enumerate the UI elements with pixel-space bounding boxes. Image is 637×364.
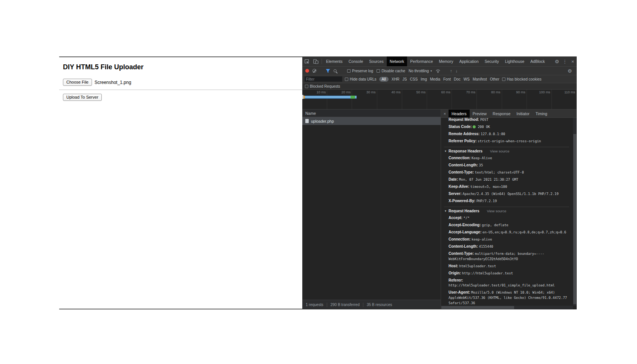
response-headers-section[interactable]: ▾ Response Headers View source [444,147,569,154]
inspect-element-icon[interactable] [302,56,311,66]
search-icon[interactable] [334,69,337,72]
filter-input[interactable] [305,76,342,82]
detail-tab[interactable]: Preview [470,110,490,117]
network-status-bar: 1 requests 290 B transferred 35 B resour… [302,300,441,309]
devtools-tab[interactable]: Console [346,56,366,66]
resource-type-filter[interactable]: Font [443,77,451,81]
devtools-panel: ElementsConsoleSourcesNetworkPerformance… [302,56,577,309]
chevron-down-icon: ▾ [430,69,432,73]
upload-button[interactable]: Upload To Server [63,94,102,101]
timeline-tick: 110 ms [552,90,577,109]
devtools-tab[interactable]: Sources [366,56,387,66]
header-row: Connection: Keep-Alive [449,154,569,161]
requests-name-header[interactable]: Name [302,110,441,117]
devtools-tab-bar: ElementsConsoleSourcesNetworkPerformance… [302,56,577,67]
header-row: Host: html5uploader.test [449,262,569,270]
view-source-link[interactable]: View source [487,209,507,213]
file-icon [305,119,309,123]
resource-type-filter[interactable]: JS [403,77,407,81]
request-headers-section[interactable]: ▾ Request Headers View source [444,207,569,214]
header-row: Server: Apache/2.4.35 (Win64) OpenSSL/1.… [449,190,569,197]
import-har-icon[interactable]: ↑ [450,69,452,73]
blocked-requests-bar: Blocked Requests [302,83,577,90]
close-devtools-icon[interactable]: × [569,56,577,66]
header-row: Date: Mon, 07 Jun 2021 21:30:27 GMT [449,176,569,183]
devtools-tab[interactable]: Memory [436,56,456,66]
header-row: Status Code: 200 OK [449,123,569,130]
devtools-tab[interactable]: Elements [323,56,346,66]
detail-tab[interactable]: Timing [533,110,550,117]
devtools-tab[interactable]: Lighthouse [502,56,527,66]
uploader-page: DIY HTML5 File Uploader Choose File Scre… [59,56,302,309]
device-toolbar-icon[interactable] [311,56,320,66]
header-row: Content-Length: 35 [449,161,569,169]
network-conditions-icon[interactable] [435,69,441,73]
resources-size: 35 B resources [367,303,392,307]
resource-type-filter[interactable]: Img [421,77,427,81]
resource-type-filter[interactable]: Media [430,77,440,81]
header-row: Content-Type: text/html; charset=UTF-8 [449,169,569,176]
timeline-tick: 40 ms [377,90,402,109]
vertical-scrollbar[interactable] [573,118,577,306]
more-options-icon[interactable]: ⋮ [561,56,569,66]
resource-type-filter[interactable]: XHR [392,77,400,81]
timeline-tick: 90 ms [502,90,527,109]
requests-table: Name uploader.php 1 requests 290 B trans… [302,110,441,309]
divider [322,59,322,64]
header-row: Referrer Policy: strict-origin-when-cros… [449,137,569,145]
filter-funnel-icon[interactable] [326,69,330,73]
resource-type-filter[interactable]: Other [490,77,499,81]
checkbox-icon [345,78,348,81]
settings-gear-icon[interactable]: ⚙ [553,56,561,66]
export-har-icon[interactable]: ↓ [455,69,458,73]
close-detail-icon[interactable]: × [441,110,449,117]
resource-type-filter[interactable]: Manifest [473,77,487,81]
scrollbar-thumb[interactable] [573,134,576,304]
preserve-log-checkbox[interactable]: Preserve log [347,69,373,73]
disclosure-triangle-icon: ▾ [445,209,446,213]
devtools-tab[interactable]: Network [387,56,407,66]
detail-tab[interactable]: Response [490,110,513,117]
resource-type-filter[interactable]: Doc [454,77,461,81]
disable-cache-checkbox[interactable]: Disable cache [377,69,405,73]
header-row: Request Method: POST [449,118,569,123]
request-row[interactable]: uploader.php [302,117,441,125]
page-title: DIY HTML5 File Uploader [63,63,302,71]
blocked-requests-checkbox[interactable]: Blocked Requests [305,84,340,88]
file-input-row: Choose File Screenshot_1.png [63,79,302,86]
detail-tab[interactable]: Initiator [513,110,532,117]
header-row: Content-Length: 4155440 [449,243,569,250]
devtools-tab[interactable]: Security [482,56,502,66]
divider [327,303,327,307]
header-row: User-Agent: Mozilla/5.0 (Windows NT 10.0… [449,289,569,306]
has-blocked-cookies-checkbox[interactable]: Has blocked cookies [502,77,542,81]
disclosure-triangle-icon: ▾ [445,149,446,153]
timeline-tick: 20 ms [327,90,352,109]
waterfall-overview-bar[interactable] [303,96,357,99]
network-overview-timeline[interactable]: 10 ms20 ms30 ms40 ms50 ms60 ms70 ms80 ms… [302,90,577,110]
resource-type-filter[interactable]: WS [464,77,470,81]
timeline-tick: 70 ms [452,90,477,109]
devtools-tab[interactable]: AdBlock [527,56,548,66]
transferred-size: 290 B transferred [331,303,360,307]
devtools-tab[interactable]: Performance [407,56,436,66]
header-row: Remote Address: 127.0.0.1:80 [449,130,569,137]
detail-tab-bar: × HeadersPreviewResponseInitiatorTiming [441,110,577,118]
header-row: Connection: keep-alive [449,236,569,243]
record-icon[interactable] [305,69,309,73]
clear-icon[interactable] [312,69,316,73]
header-row: X-Powered-By: PHP/7.2.19 [449,197,569,204]
hide-data-urls-checkbox[interactable]: Hide data URLs [345,77,377,81]
resource-type-filter[interactable]: All [379,77,389,82]
detail-tab[interactable]: Headers [449,110,470,117]
network-settings-gear-icon[interactable]: ⚙ [566,68,574,74]
devtools-tab[interactable]: Application [456,56,481,66]
view-source-link[interactable]: View source [490,149,510,153]
resource-type-filter[interactable]: CSS [410,77,418,81]
checkbox-icon [347,69,351,73]
network-filter-bar: Hide data URLs AllXHRJSCSSImgMediaFontDo… [302,75,577,83]
choose-file-button[interactable]: Choose File [63,79,92,86]
scrollbar-thumb[interactable] [441,306,514,309]
throttling-dropdown[interactable]: No throttling ▾ [409,69,432,73]
horizontal-scrollbar[interactable] [441,306,573,309]
